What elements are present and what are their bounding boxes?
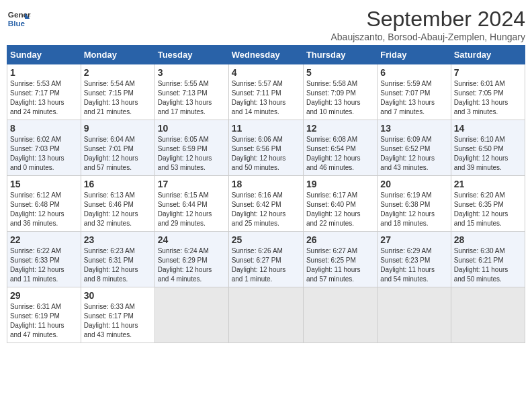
day-info: Sunrise: 6:29 AM Sunset: 6:23 PM Dayligh… [380, 246, 447, 284]
day-info: Sunrise: 6:33 AM Sunset: 6:17 PM Dayligh… [84, 302, 152, 340]
logo-icon: General Blue [7, 7, 31, 31]
day-info: Sunrise: 5:53 AM Sunset: 7:17 PM Dayligh… [10, 79, 78, 117]
page-header: General Blue September 2024 Abaujszanto,… [7, 7, 525, 42]
day-info: Sunrise: 6:01 AM Sunset: 7:05 PM Dayligh… [454, 79, 522, 117]
day-info: Sunrise: 5:55 AM Sunset: 7:13 PM Dayligh… [158, 79, 226, 117]
day-number: 5 [306, 67, 374, 78]
day-info: Sunrise: 5:57 AM Sunset: 7:11 PM Dayligh… [232, 79, 300, 117]
svg-text:Blue: Blue [8, 19, 26, 28]
calendar-cell: 8Sunrise: 6:02 AM Sunset: 7:03 PM Daylig… [7, 120, 81, 176]
calendar-cell: 1Sunrise: 5:53 AM Sunset: 7:17 PM Daylig… [7, 64, 81, 120]
day-number: 2 [84, 67, 152, 78]
calendar-cell: 18Sunrise: 6:16 AM Sunset: 6:42 PM Dayli… [228, 176, 303, 232]
day-number: 30 [84, 290, 152, 301]
day-info: Sunrise: 6:24 AM Sunset: 6:29 PM Dayligh… [158, 246, 226, 284]
day-info: Sunrise: 6:30 AM Sunset: 6:21 PM Dayligh… [454, 246, 522, 284]
calendar-cell: 29Sunrise: 6:31 AM Sunset: 6:19 PM Dayli… [7, 287, 81, 343]
weekday-tuesday: Tuesday [154, 46, 228, 64]
day-info: Sunrise: 6:27 AM Sunset: 6:25 PM Dayligh… [306, 246, 374, 284]
day-number: 23 [84, 234, 152, 245]
day-number: 12 [306, 123, 374, 134]
day-number: 11 [232, 123, 300, 134]
calendar-cell: 2Sunrise: 5:54 AM Sunset: 7:15 PM Daylig… [81, 64, 154, 120]
calendar-cell: 3Sunrise: 5:55 AM Sunset: 7:13 PM Daylig… [154, 64, 228, 120]
day-number: 9 [84, 123, 152, 134]
day-number: 17 [158, 179, 226, 189]
calendar-cell: 27Sunrise: 6:29 AM Sunset: 6:23 PM Dayli… [378, 232, 451, 287]
calendar-cell [154, 287, 228, 343]
day-number: 3 [158, 67, 226, 78]
calendar-cell [378, 287, 451, 343]
day-number: 13 [380, 123, 447, 134]
day-number: 15 [10, 179, 78, 189]
day-info: Sunrise: 6:19 AM Sunset: 6:38 PM Dayligh… [380, 191, 447, 228]
calendar-cell [303, 287, 377, 343]
calendar-table: SundayMondayTuesdayWednesdayThursdayFrid… [7, 45, 525, 343]
day-number: 14 [454, 123, 522, 134]
calendar-cell: 16Sunrise: 6:13 AM Sunset: 6:46 PM Dayli… [81, 176, 154, 232]
calendar-cell: 11Sunrise: 6:06 AM Sunset: 6:56 PM Dayli… [228, 120, 303, 176]
day-number: 16 [84, 179, 152, 189]
day-info: Sunrise: 6:08 AM Sunset: 6:54 PM Dayligh… [306, 135, 374, 173]
day-number: 22 [10, 234, 78, 245]
day-number: 21 [454, 179, 522, 189]
day-info: Sunrise: 6:31 AM Sunset: 6:19 PM Dayligh… [10, 302, 78, 340]
day-info: Sunrise: 6:10 AM Sunset: 6:50 PM Dayligh… [454, 135, 522, 173]
weekday-thursday: Thursday [303, 46, 377, 64]
weekday-header-row: SundayMondayTuesdayWednesdayThursdayFrid… [7, 46, 525, 64]
title-block: September 2024 Abaujszanto, Borsod-Abauj… [331, 7, 526, 42]
calendar-cell: 17Sunrise: 6:15 AM Sunset: 6:44 PM Dayli… [154, 176, 228, 232]
day-number: 28 [454, 234, 522, 245]
calendar-cell: 30Sunrise: 6:33 AM Sunset: 6:17 PM Dayli… [81, 287, 154, 343]
calendar-cell: 14Sunrise: 6:10 AM Sunset: 6:50 PM Dayli… [451, 120, 525, 176]
day-info: Sunrise: 6:02 AM Sunset: 7:03 PM Dayligh… [10, 135, 78, 173]
calendar-cell: 25Sunrise: 6:26 AM Sunset: 6:27 PM Dayli… [228, 232, 303, 287]
calendar-cell: 24Sunrise: 6:24 AM Sunset: 6:29 PM Dayli… [154, 232, 228, 287]
calendar-cell: 4Sunrise: 5:57 AM Sunset: 7:11 PM Daylig… [228, 64, 303, 120]
location: Abaujszanto, Borsod-Abauj-Zemplen, Hunga… [331, 32, 526, 42]
day-number: 10 [158, 123, 226, 134]
day-number: 1 [10, 67, 78, 78]
calendar-cell: 12Sunrise: 6:08 AM Sunset: 6:54 PM Dayli… [303, 120, 377, 176]
day-info: Sunrise: 6:22 AM Sunset: 6:33 PM Dayligh… [10, 246, 78, 284]
day-number: 18 [232, 179, 300, 189]
calendar-cell: 7Sunrise: 6:01 AM Sunset: 7:05 PM Daylig… [451, 64, 525, 120]
calendar-week-2: 8Sunrise: 6:02 AM Sunset: 7:03 PM Daylig… [7, 120, 525, 176]
weekday-sunday: Sunday [7, 46, 81, 64]
calendar-week-4: 22Sunrise: 6:22 AM Sunset: 6:33 PM Dayli… [7, 232, 525, 287]
day-number: 25 [232, 234, 300, 245]
calendar-cell: 26Sunrise: 6:27 AM Sunset: 6:25 PM Dayli… [303, 232, 377, 287]
day-info: Sunrise: 6:05 AM Sunset: 6:59 PM Dayligh… [158, 135, 226, 173]
day-info: Sunrise: 5:59 AM Sunset: 7:07 PM Dayligh… [380, 79, 447, 117]
calendar-week-1: 1Sunrise: 5:53 AM Sunset: 7:17 PM Daylig… [7, 64, 525, 120]
day-number: 6 [380, 67, 447, 78]
day-number: 26 [306, 234, 374, 245]
day-number: 7 [454, 67, 522, 78]
day-info: Sunrise: 5:58 AM Sunset: 7:09 PM Dayligh… [306, 79, 374, 117]
day-info: Sunrise: 6:12 AM Sunset: 6:48 PM Dayligh… [10, 191, 78, 228]
day-number: 27 [380, 234, 447, 245]
calendar-cell: 9Sunrise: 6:04 AM Sunset: 7:01 PM Daylig… [81, 120, 154, 176]
calendar-cell: 28Sunrise: 6:30 AM Sunset: 6:21 PM Dayli… [451, 232, 525, 287]
calendar-cell: 15Sunrise: 6:12 AM Sunset: 6:48 PM Dayli… [7, 176, 81, 232]
calendar-cell: 21Sunrise: 6:20 AM Sunset: 6:35 PM Dayli… [451, 176, 525, 232]
weekday-monday: Monday [81, 46, 154, 64]
calendar-cell: 22Sunrise: 6:22 AM Sunset: 6:33 PM Dayli… [7, 232, 81, 287]
day-number: 24 [158, 234, 226, 245]
day-info: Sunrise: 6:17 AM Sunset: 6:40 PM Dayligh… [306, 191, 374, 228]
day-info: Sunrise: 6:09 AM Sunset: 6:52 PM Dayligh… [380, 135, 447, 173]
calendar-cell: 13Sunrise: 6:09 AM Sunset: 6:52 PM Dayli… [378, 120, 451, 176]
logo: General Blue [7, 7, 31, 31]
calendar-cell: 20Sunrise: 6:19 AM Sunset: 6:38 PM Dayli… [378, 176, 451, 232]
weekday-friday: Friday [378, 46, 451, 64]
calendar-week-5: 29Sunrise: 6:31 AM Sunset: 6:19 PM Dayli… [7, 287, 525, 343]
weekday-wednesday: Wednesday [228, 46, 303, 64]
day-info: Sunrise: 6:06 AM Sunset: 6:56 PM Dayligh… [232, 135, 300, 173]
calendar-week-3: 15Sunrise: 6:12 AM Sunset: 6:48 PM Dayli… [7, 176, 525, 232]
calendar-cell: 19Sunrise: 6:17 AM Sunset: 6:40 PM Dayli… [303, 176, 377, 232]
calendar-body: 1Sunrise: 5:53 AM Sunset: 7:17 PM Daylig… [7, 64, 525, 343]
day-info: Sunrise: 6:23 AM Sunset: 6:31 PM Dayligh… [84, 246, 152, 284]
calendar-cell [228, 287, 303, 343]
day-info: Sunrise: 6:04 AM Sunset: 7:01 PM Dayligh… [84, 135, 152, 173]
calendar-cell: 5Sunrise: 5:58 AM Sunset: 7:09 PM Daylig… [303, 64, 377, 120]
